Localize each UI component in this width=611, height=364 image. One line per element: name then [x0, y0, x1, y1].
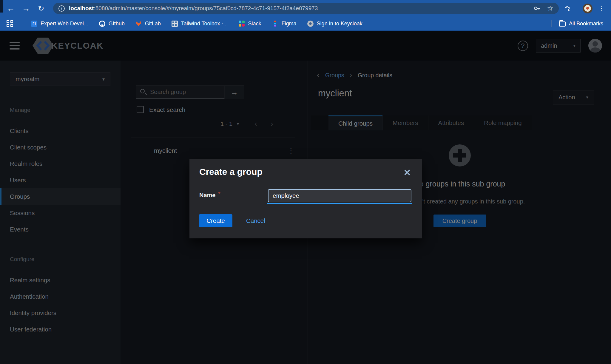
- bookmark-slack[interactable]: Slack: [239, 21, 261, 27]
- modal-title: Create a group: [199, 167, 263, 177]
- toolbar-separator: [577, 4, 577, 12]
- bookmark-label: Figma: [282, 21, 297, 27]
- apps-grid-icon[interactable]: [7, 20, 13, 27]
- bookmark-expert-web[interactable]: [ ] Expert Web Devel...: [31, 21, 88, 27]
- name-field-label: Name: [199, 192, 215, 199]
- bookmark-label: Sign in to Keycloak: [317, 21, 362, 27]
- address-bar[interactable]: i localhost:8080/admin/master/console/#/…: [53, 3, 559, 14]
- bookmarks-separator: [20, 20, 20, 27]
- folder-icon: [559, 21, 566, 27]
- keycloak-favicon: [307, 21, 314, 27]
- name-field: [268, 189, 411, 202]
- bookmark-github[interactable]: GIthub: [99, 21, 125, 27]
- password-key-icon[interactable]: [533, 4, 541, 12]
- modal-create-button[interactable]: Create: [199, 214, 232, 227]
- bookmark-figma[interactable]: Figma: [272, 21, 297, 27]
- browser-profile-avatar[interactable]: [583, 4, 593, 13]
- bookmark-label: Expert Web Devel...: [41, 21, 88, 27]
- required-asterisk: *: [218, 191, 220, 198]
- close-icon[interactable]: [403, 169, 411, 176]
- bookmarks-separator: [551, 20, 552, 27]
- slack-favicon: [239, 21, 245, 27]
- input-focus-underline: [267, 203, 412, 204]
- bookmark-label: GIthub: [109, 21, 125, 27]
- url-host: localhost: [69, 5, 94, 11]
- bookmark-label: Slack: [248, 21, 261, 27]
- url-path: :8080/admin/master/console/#/myrealm/gro…: [94, 5, 318, 11]
- figma-favicon: [272, 21, 278, 27]
- forward-button[interactable]: →: [21, 4, 31, 13]
- modal-cancel-button[interactable]: Cancel: [246, 217, 265, 224]
- group-name-input[interactable]: [268, 189, 411, 202]
- github-favicon: [99, 21, 105, 27]
- all-bookmarks-button[interactable]: All Bookmarks: [559, 21, 603, 27]
- bookmark-star-icon[interactable]: ☆: [547, 5, 553, 12]
- window-edge: [0, 0, 3, 13]
- reload-button[interactable]: ↻: [36, 5, 47, 12]
- screen: ← → ↻ i localhost:8080/admin/master/cons…: [0, 0, 611, 364]
- all-bookmarks-label: All Bookmarks: [569, 21, 603, 27]
- bookmarks-bar: [ ] Expert Web Devel... GIthub GitLab Ta…: [0, 17, 611, 31]
- back-button[interactable]: ←: [5, 4, 16, 13]
- extensions-icon[interactable]: [564, 4, 571, 12]
- bookmark-keycloak[interactable]: Sign in to Keycloak: [307, 21, 362, 27]
- bookmark-gitlab[interactable]: GitLab: [135, 21, 161, 27]
- tailwind-toolbox-favicon: [172, 21, 178, 27]
- create-group-modal: Create a group Name * Create Cancel: [189, 159, 422, 238]
- bookmark-label: GitLab: [145, 21, 161, 27]
- bookmark-label: Tailwind Toolbox -...: [181, 21, 228, 27]
- gitlab-favicon: [135, 21, 142, 27]
- keycloak-app: KEYCLOAK ? admin ▾ myrealm ▾ Manage Clie…: [0, 31, 611, 364]
- site-info-icon[interactable]: i: [58, 5, 65, 12]
- bookmark-tailwind-toolbox[interactable]: Tailwind Toolbox -...: [172, 21, 228, 27]
- code-favicon: [ ]: [31, 21, 37, 27]
- browser-menu-icon[interactable]: ⋮: [598, 5, 605, 12]
- browser-toolbar: ← → ↻ i localhost:8080/admin/master/cons…: [0, 0, 611, 17]
- url-text: localhost:8080/admin/master/console/#/my…: [69, 5, 530, 12]
